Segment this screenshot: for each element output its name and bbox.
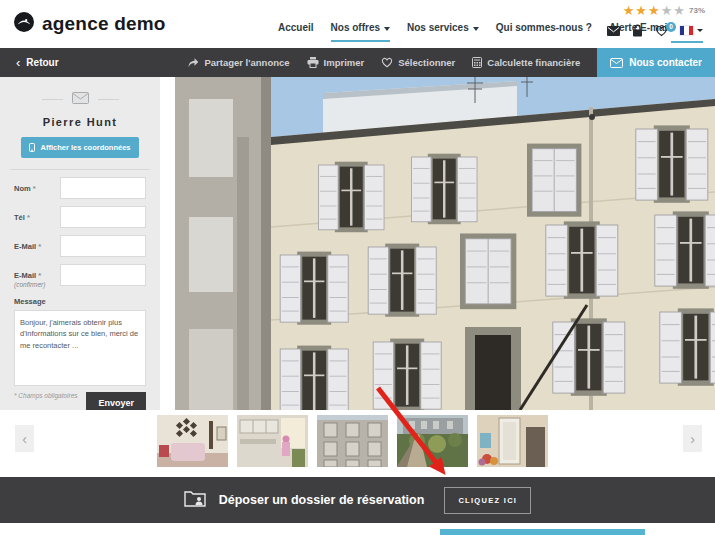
rating-percent: 73%: [689, 6, 705, 15]
show-contact-details-button[interactable]: Afficher les coordonnées: [21, 137, 138, 158]
select-label: Sélectionner: [398, 57, 455, 68]
calculator-icon: [472, 57, 482, 68]
toolbar-actions: Partager l'annonce Imprimer Sélectionner…: [187, 48, 715, 77]
star-icon: ★: [661, 3, 673, 18]
required-mark: *: [38, 242, 41, 251]
reservation-bar: Déposer un dossier de réservation CLIQUE…: [0, 477, 715, 523]
favorites-heart-icon[interactable]: 0: [655, 25, 668, 37]
contact-button[interactable]: Nous contacter: [597, 48, 715, 77]
form-row-email: E-Mail *: [14, 235, 146, 257]
nom-input[interactable]: [60, 177, 146, 199]
envelope-icon: [610, 58, 623, 68]
field-sublabel: (confirmer): [14, 281, 60, 289]
field-label-tel: Tél *: [14, 206, 60, 228]
property-main-photo[interactable]: [175, 77, 715, 410]
nav-nos-services[interactable]: Nos services: [407, 22, 479, 33]
cliquez-ici-button[interactable]: CLIQUEZ ICI: [444, 487, 531, 514]
chevron-right-icon: ›: [690, 431, 695, 447]
email-input[interactable]: [60, 235, 146, 257]
back-button[interactable]: ‹ Retour: [16, 56, 59, 69]
language-active-underline: [671, 41, 703, 43]
language-selector[interactable]: [680, 26, 703, 35]
required-mark: *: [38, 271, 41, 280]
contact-sidebar: Pierre Hunt Afficher les coordonnées Nom…: [0, 77, 160, 410]
brand-logo-link[interactable]: agence demo: [13, 11, 166, 37]
form-row-email-confirm: E-Mail *(confirmer): [14, 264, 146, 289]
message-label: Message: [14, 297, 146, 306]
print-label: Imprimer: [324, 57, 365, 68]
form-row-tel: Tél *: [14, 206, 146, 228]
form-footer: * Champs obligatoires Envoyer: [14, 392, 146, 410]
french-flag-icon: [680, 26, 693, 35]
star-icon: ★: [648, 3, 660, 18]
field-label-email: E-Mail *: [14, 235, 60, 257]
nav-label: Accueil: [278, 22, 314, 33]
listing-toolbar: ‹ Retour Partager l'annonce Imprimer Sél…: [0, 48, 715, 77]
back-label: Retour: [26, 57, 58, 68]
print-button[interactable]: Imprimer: [307, 57, 365, 68]
nav-accueil[interactable]: Accueil: [278, 22, 314, 33]
decorative-line: [42, 99, 63, 100]
star-icon: ★: [635, 3, 647, 18]
messages-envelope-icon[interactable]: [607, 26, 620, 36]
heart-icon: [381, 57, 393, 68]
nav-label: Nos services: [407, 22, 469, 33]
nav-label: Nos offres: [331, 22, 380, 33]
chevron-left-icon: ‹: [22, 431, 27, 447]
agency-rating: ★★★★★ 73%: [622, 3, 705, 18]
thumbnail-bedroom[interactable]: [157, 415, 228, 467]
share-label: Partager l'annonce: [204, 57, 289, 68]
required-mark: *: [27, 213, 30, 222]
chevron-down-icon: [697, 29, 703, 32]
thumbnail-kitchen[interactable]: [237, 415, 308, 467]
thumbnail-bedroom-door[interactable]: [477, 415, 548, 467]
property-listing-page: agence demo Accueil Nos offres Nos servi…: [0, 0, 715, 535]
gallery-next-button[interactable]: ›: [683, 425, 702, 452]
agent-header: [14, 90, 146, 108]
divider: [10, 169, 150, 170]
reservation-label: Déposer un dossier de réservation: [219, 493, 425, 507]
agent-name: Pierre Hunt: [14, 116, 146, 128]
dossier-folder-icon: [184, 489, 206, 511]
gallery-prev-button[interactable]: ‹: [15, 425, 34, 452]
field-label-nom: Nom *: [14, 177, 60, 199]
star-icon: ★: [673, 3, 685, 18]
envelope-icon: [72, 90, 89, 108]
send-button[interactable]: Envoyer: [86, 392, 146, 410]
select-button[interactable]: Sélectionner: [381, 57, 455, 68]
nav-nos-offres[interactable]: Nos offres: [331, 22, 390, 33]
email-confirm-input[interactable]: [60, 264, 146, 286]
nav-label: Qui sommes-nous ?: [496, 22, 592, 33]
star-icon: ★: [623, 3, 635, 18]
decorative-line: [98, 99, 119, 100]
message-textarea[interactable]: Bonjour, j'aimerais obtenir plus d'infor…: [14, 310, 146, 386]
contact-label: Nous contacter: [629, 57, 702, 68]
bottom-strip: [0, 523, 715, 535]
brand-name: agence demo: [42, 13, 166, 35]
calculator-label: Calculette financière: [487, 57, 580, 68]
form-row-nom: Nom *: [14, 177, 146, 199]
tel-input[interactable]: [60, 206, 146, 228]
show-contact-details-label: Afficher les coordonnées: [40, 143, 130, 152]
chevron-left-icon: ‹: [16, 56, 20, 69]
lock-icon[interactable]: [632, 24, 643, 37]
header-quick-icons: 0: [607, 24, 703, 37]
bottom-accent-bar: [440, 529, 645, 535]
field-label-email-confirm: E-Mail *(confirmer): [14, 264, 60, 289]
share-icon: [187, 57, 199, 68]
calculator-button[interactable]: Calculette financière: [472, 57, 580, 68]
phone-icon: [29, 143, 35, 152]
agency-logo-icon: [13, 11, 35, 37]
site-header: agence demo Accueil Nos offres Nos servi…: [0, 0, 715, 48]
thumbnail-building-facade[interactable]: [317, 415, 388, 467]
chevron-down-icon: [384, 27, 390, 31]
nav-qui-sommes-nous[interactable]: Qui sommes-nous ?: [496, 22, 592, 33]
share-button[interactable]: Partager l'annonce: [187, 57, 289, 68]
chevron-down-icon: [473, 27, 479, 31]
thumbnail-garden[interactable]: [397, 415, 468, 467]
favorites-count-badge: 0: [666, 22, 676, 32]
required-fields-note: * Champs obligatoires: [14, 392, 78, 399]
required-mark: *: [33, 184, 36, 193]
printer-icon: [307, 57, 319, 68]
